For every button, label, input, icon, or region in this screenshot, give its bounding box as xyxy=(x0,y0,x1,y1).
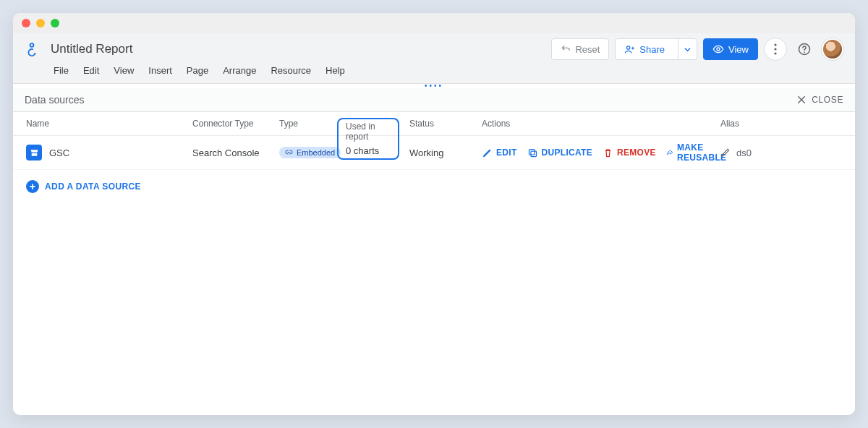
table-row: GSC Search Console Embedded Used in repo… xyxy=(13,136,855,170)
col-connector: Connector Type xyxy=(190,112,276,135)
cell-connector: Search Console xyxy=(190,141,276,165)
window-zoom-dot[interactable] xyxy=(51,19,59,27)
menu-view[interactable]: View xyxy=(108,62,140,79)
menu-insert[interactable]: Insert xyxy=(142,62,178,79)
menu-edit[interactable]: Edit xyxy=(77,62,105,79)
app-window: Untitled Report Reset Share xyxy=(13,13,855,415)
looker-studio-icon xyxy=(24,41,40,57)
svg-rect-10 xyxy=(529,149,535,155)
svg-point-5 xyxy=(774,48,776,50)
copy-icon xyxy=(527,147,538,158)
menu-help[interactable]: Help xyxy=(320,62,351,79)
remove-action[interactable]: REMOVE xyxy=(603,147,656,158)
pencil-outline-icon xyxy=(720,147,731,158)
svg-point-6 xyxy=(774,52,776,54)
data-sources-table: Name Connector Type Type . Status Action… xyxy=(13,112,855,415)
svg-point-2 xyxy=(627,46,630,48)
svg-point-4 xyxy=(774,43,776,46)
undo-icon xyxy=(561,44,571,54)
reset-button[interactable]: Reset xyxy=(551,38,609,60)
document-title[interactable]: Untitled Report xyxy=(51,43,132,56)
help-button[interactable] xyxy=(793,38,816,61)
panel-header: Data sources CLOSE xyxy=(13,88,855,112)
table-header-row: Name Connector Type Type . Status Action… xyxy=(13,112,855,136)
share-dropdown-caret[interactable] xyxy=(678,39,697,59)
alias-value: ds0 xyxy=(736,147,752,158)
eye-icon xyxy=(712,43,724,55)
view-label: View xyxy=(728,44,749,55)
link-icon xyxy=(285,148,293,156)
plus-circle-icon: + xyxy=(26,180,39,193)
cell-actions: EDIT DUPLICATE REMOVE MAKE REUSABLE xyxy=(479,136,718,169)
edit-action[interactable]: EDIT xyxy=(482,147,517,158)
trash-icon xyxy=(603,147,613,158)
cell-status: Working xyxy=(407,141,479,165)
svg-point-8 xyxy=(804,51,805,53)
window-titlebar xyxy=(13,13,855,33)
svg-rect-9 xyxy=(531,151,537,157)
col-name: Name xyxy=(23,112,190,135)
reset-label: Reset xyxy=(575,44,600,55)
svg-point-1 xyxy=(27,48,37,57)
top-bar: Untitled Report Reset Share xyxy=(13,33,855,62)
close-icon xyxy=(796,94,807,106)
share-label: Share xyxy=(639,44,665,55)
chevron-down-icon xyxy=(684,46,691,53)
embedded-chip: Embedded xyxy=(279,147,341,158)
title-block: Untitled Report xyxy=(51,43,132,56)
share-button[interactable]: Share xyxy=(615,38,697,60)
view-button[interactable]: View xyxy=(703,38,758,60)
window-minimize-dot[interactable] xyxy=(36,19,45,27)
remove-label: REMOVE xyxy=(617,147,656,158)
svg-point-0 xyxy=(30,43,34,47)
cell-name[interactable]: GSC xyxy=(23,138,190,167)
duplicate-label: DUPLICATE xyxy=(542,147,592,158)
col-used-header: Used in report xyxy=(346,121,391,142)
top-right-actions: Reset Share View xyxy=(551,38,843,61)
menu-resource[interactable]: Resource xyxy=(265,62,317,79)
grip-dots-icon: •••• xyxy=(425,85,443,87)
app-logo xyxy=(22,39,42,59)
add-data-source-button[interactable]: + ADD A DATA SOURCE xyxy=(13,170,855,203)
col-actions: Actions xyxy=(479,112,718,135)
cell-used: 0 charts xyxy=(346,145,391,156)
chip-label: Embedded xyxy=(297,148,335,157)
duplicate-action[interactable]: DUPLICATE xyxy=(527,147,592,158)
row-name: GSC xyxy=(49,147,69,158)
menu-page[interactable]: Page xyxy=(181,62,214,79)
highlighted-column: Used in report 0 charts xyxy=(337,118,399,160)
col-status: Status xyxy=(407,112,479,135)
cell-used-wrapper: Used in report 0 charts xyxy=(349,138,407,167)
pencil-icon xyxy=(482,147,493,158)
col-alias: Alias xyxy=(718,112,819,135)
svg-point-3 xyxy=(717,48,720,51)
panel-title: Data sources xyxy=(25,94,84,106)
datasource-icon xyxy=(26,145,42,160)
menu-arrange[interactable]: Arrange xyxy=(217,62,262,79)
more-vert-icon xyxy=(774,43,777,55)
store-icon xyxy=(30,148,39,158)
edit-label: EDIT xyxy=(496,147,517,158)
user-avatar[interactable] xyxy=(822,38,843,60)
menu-file[interactable]: File xyxy=(48,62,75,79)
cell-alias[interactable]: ds0 xyxy=(718,141,819,165)
window-close-dot[interactable] xyxy=(22,19,30,27)
panel-close-label: CLOSE xyxy=(812,95,843,105)
more-options-button[interactable] xyxy=(764,38,787,61)
person-add-icon xyxy=(624,44,635,55)
add-data-source-label: ADD A DATA SOURCE xyxy=(45,181,141,192)
menu-bar: File Edit View Insert Page Arrange Resou… xyxy=(13,62,855,84)
help-icon xyxy=(797,42,812,56)
share-arrow-icon xyxy=(666,147,673,158)
panel-close-button[interactable]: CLOSE xyxy=(796,94,843,106)
